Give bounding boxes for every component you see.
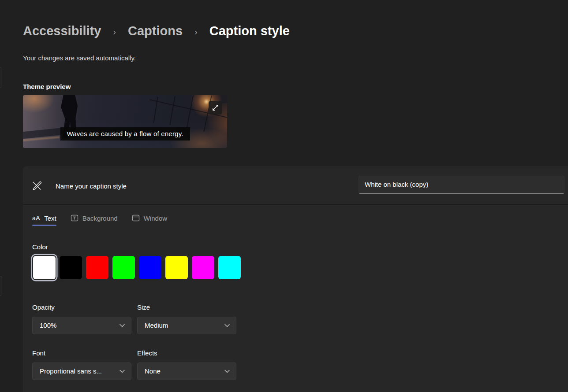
font-value: Proportional sans s... xyxy=(40,367,120,375)
color-swatch-blue[interactable] xyxy=(139,256,161,279)
background-tab-icon xyxy=(71,214,78,222)
opacity-value: 100% xyxy=(40,322,120,329)
chevron-down-icon xyxy=(120,324,125,327)
chevron-right-icon: › xyxy=(113,27,116,37)
theme-preview-label: Theme preview xyxy=(23,83,71,90)
left-rail-mark-top xyxy=(0,67,2,88)
size-value: Medium xyxy=(145,322,224,329)
color-swatch-white[interactable] xyxy=(33,256,56,279)
tab-text[interactable]: aA Text xyxy=(32,214,56,222)
tab-text-label: Text xyxy=(44,214,56,222)
size-label: Size xyxy=(137,303,150,311)
color-swatch-green[interactable] xyxy=(112,256,135,279)
name-caption-style-label: Name your caption style xyxy=(56,182,127,190)
caption-style-name-input[interactable] xyxy=(359,176,564,194)
window-tab-icon xyxy=(132,214,140,222)
font-dropdown[interactable]: Proportional sans s... xyxy=(32,362,131,380)
effects-label: Effects xyxy=(137,349,157,357)
chevron-down-icon xyxy=(120,370,125,373)
expand-icon xyxy=(211,104,220,112)
effects-value: None xyxy=(145,367,224,375)
tab-background[interactable]: Background xyxy=(71,214,118,222)
autosave-note: Your changes are saved automatically. xyxy=(23,54,136,62)
color-swatch-yellow[interactable] xyxy=(165,256,188,279)
caption-style-card: Name your caption style aA Text Backgrou… xyxy=(23,166,568,392)
chevron-down-icon xyxy=(224,324,230,327)
tab-background-label: Background xyxy=(82,214,118,222)
tab-window-label: Window xyxy=(144,214,167,222)
chevron-down-icon xyxy=(224,370,230,373)
font-label: Font xyxy=(32,349,45,357)
theme-preview: Waves are caused by a flow of energy. xyxy=(23,95,227,148)
tabs: aA Text Background Window xyxy=(32,211,167,225)
color-swatch-magenta[interactable] xyxy=(192,256,214,279)
expand-preview-button[interactable] xyxy=(209,101,222,115)
pen-icon xyxy=(31,180,43,192)
color-swatch-cyan[interactable] xyxy=(218,256,241,279)
effects-dropdown[interactable]: None xyxy=(137,362,236,380)
size-dropdown[interactable]: Medium xyxy=(137,317,236,334)
color-swatch-black[interactable] xyxy=(60,256,82,279)
tab-window[interactable]: Window xyxy=(132,214,167,222)
breadcrumb: Accessibility › Captions › Caption style xyxy=(23,24,290,38)
text-tab-icon: aA xyxy=(32,214,40,222)
color-swatch-red[interactable] xyxy=(86,256,108,279)
opacity-label: Opacity xyxy=(32,303,55,311)
color-swatches xyxy=(33,256,241,279)
divider xyxy=(23,204,568,205)
left-rail-mark-bottom xyxy=(0,276,2,296)
preview-caption: Waves are caused by a flow of energy. xyxy=(60,127,190,141)
breadcrumb-captions[interactable]: Captions xyxy=(128,24,183,38)
breadcrumb-accessibility[interactable]: Accessibility xyxy=(23,24,101,38)
color-label: Color xyxy=(32,243,48,251)
breadcrumb-caption-style: Caption style xyxy=(209,24,290,38)
opacity-dropdown[interactable]: 100% xyxy=(32,317,131,334)
chevron-right-icon: › xyxy=(194,27,198,37)
preview-lamp-glow xyxy=(23,95,55,114)
